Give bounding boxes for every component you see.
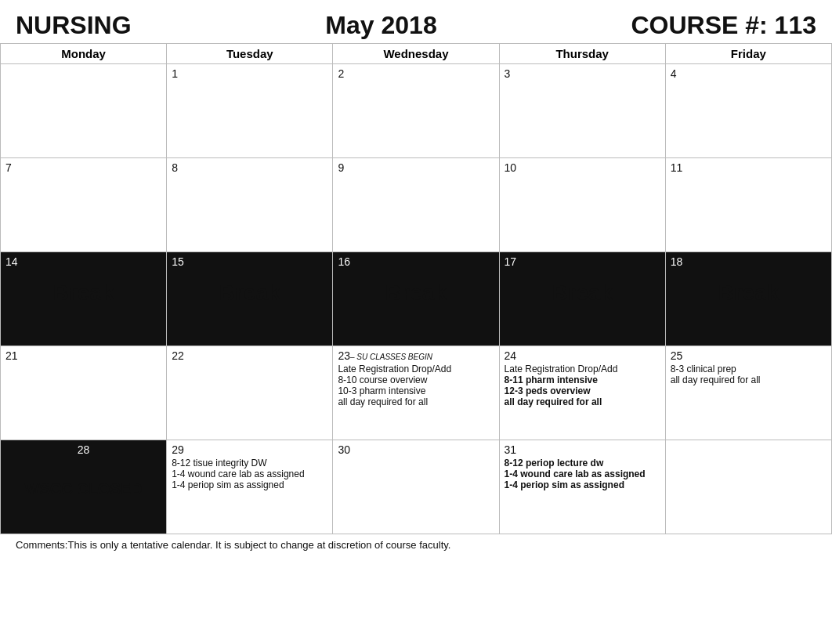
cell-week4-day3: 23– SU CLASSES BEGINLate Registration Dr… bbox=[333, 346, 499, 440]
cell-week2-day5: 11 bbox=[665, 158, 831, 252]
day-number: 15 bbox=[172, 255, 327, 268]
col-thursday: Thursday bbox=[499, 44, 665, 64]
cell-line-2: 1-4 periop sim as assigned bbox=[505, 479, 660, 490]
cell-week4-day4: 24Late Registration Drop/Add8-11 pharm i… bbox=[499, 346, 665, 440]
column-headers: Monday Tuesday Wednesday Thursday Friday bbox=[1, 44, 832, 64]
day-number: 31 bbox=[505, 443, 660, 456]
col-friday: Friday bbox=[665, 44, 831, 64]
col-tuesday: Tuesday bbox=[167, 44, 333, 64]
cell-week2-day3: 9 bbox=[333, 158, 499, 252]
day-number: 25 bbox=[671, 349, 827, 362]
day-number: 14 bbox=[5, 255, 161, 268]
day-number: 16 bbox=[338, 255, 494, 268]
day-number: 2 bbox=[338, 67, 494, 80]
break-label: Break bbox=[671, 270, 827, 317]
cell-line-2: 10-3 pharm intensive bbox=[338, 385, 494, 396]
break-label: Break bbox=[172, 270, 327, 317]
cell-week4-day2: 22 bbox=[167, 346, 333, 440]
header: NURSING May 2018 COURSE #: 113 bbox=[0, 0, 832, 43]
cell-line-1: 1-4 wound care lab as assigned bbox=[505, 469, 660, 479]
cell-line-0: 8-12 tisue integrity DW bbox=[172, 458, 327, 469]
cell-week3-day3: 16Break bbox=[333, 252, 499, 346]
cell-week4-day1: 21 bbox=[1, 346, 167, 440]
week-row-4: 212223– SU CLASSES BEGINLate Registratio… bbox=[1, 346, 832, 440]
day-number: 22 bbox=[172, 349, 327, 362]
cell-line-4: all day required for all bbox=[505, 396, 660, 407]
cell-week3-day2: 15Break bbox=[167, 252, 333, 346]
day-number: 30 bbox=[338, 443, 494, 456]
cell-week5-day4: 318-12 periop lecture dw1-4 wound care l… bbox=[499, 440, 665, 534]
cell-week3-day5: 18Break bbox=[665, 252, 831, 346]
day-number: 1 bbox=[172, 67, 327, 80]
day-number: 21 bbox=[5, 349, 161, 362]
comments: Comments:This is only a tentative calend… bbox=[0, 534, 832, 555]
cell-line-0: Late Registration Drop/Add bbox=[505, 364, 660, 374]
break-label: Break bbox=[505, 270, 660, 317]
day-number: 10 bbox=[505, 161, 660, 174]
cell-week5-day3: 30 bbox=[333, 440, 499, 534]
cell-week1-day2: 1 bbox=[167, 64, 333, 158]
su-classes-label: – SU CLASSES BEGIN bbox=[350, 353, 432, 361]
cell-week3-day1: 14Break bbox=[1, 252, 167, 346]
day-number: 24 bbox=[505, 349, 660, 362]
header-left: NURSING bbox=[16, 11, 132, 40]
cell-line-0: Late Registration Drop/Add bbox=[338, 364, 494, 374]
day-number: 7 bbox=[5, 161, 161, 174]
break-label: Break bbox=[338, 270, 494, 317]
cell-week2-day1: 7 bbox=[1, 158, 167, 252]
cell-week1-day1 bbox=[1, 64, 167, 158]
cell-line-0: 8-12 periop lecture dw bbox=[505, 458, 660, 469]
wscc-closed-label: WSCC CLOSED bbox=[5, 458, 161, 520]
day-number: 11 bbox=[671, 161, 827, 174]
header-center: May 2018 bbox=[325, 11, 436, 40]
cell-week2-day4: 10 bbox=[499, 158, 665, 252]
page: NURSING May 2018 COURSE #: 113 Monday Tu… bbox=[0, 0, 832, 555]
cell-line-1: 8-11 pharm intensive bbox=[505, 374, 660, 385]
cell-week1-day3: 2 bbox=[333, 64, 499, 158]
col-wednesday: Wednesday bbox=[333, 44, 499, 64]
header-right: COURSE #: 113 bbox=[631, 11, 816, 40]
day-number: 17 bbox=[505, 255, 660, 268]
day-number: 3 bbox=[505, 67, 660, 80]
cell-line-1: 1-4 wound care lab as assigned bbox=[172, 469, 327, 479]
day-number: 9 bbox=[338, 161, 494, 174]
calendar: Monday Tuesday Wednesday Thursday Friday… bbox=[0, 43, 832, 534]
cell-week5-day5 bbox=[665, 440, 831, 534]
cell-week1-day5: 4 bbox=[665, 64, 831, 158]
cell-week3-day4: 17Break bbox=[499, 252, 665, 346]
cell-line-1: all day required for all bbox=[671, 374, 827, 385]
cell-line-0: 8-3 clinical prep bbox=[671, 364, 827, 374]
day-number: 29 bbox=[172, 443, 327, 456]
day-number: 28 bbox=[5, 443, 161, 456]
cell-week5-day2: 298-12 tisue integrity DW1-4 wound care … bbox=[167, 440, 333, 534]
cell-week5-day1: 28WSCC CLOSED bbox=[1, 440, 167, 534]
day-number: 8 bbox=[172, 161, 327, 174]
day-number: 18 bbox=[671, 255, 827, 268]
week-row-1: 1234 bbox=[1, 64, 832, 158]
cell-week2-day2: 8 bbox=[167, 158, 333, 252]
day-number: 23– SU CLASSES BEGIN bbox=[338, 349, 494, 362]
cell-line-2: 1-4 periop sim as assigned bbox=[172, 479, 327, 490]
cell-week4-day5: 258-3 clinical prepall day required for … bbox=[665, 346, 831, 440]
col-monday: Monday bbox=[1, 44, 167, 64]
cell-line-1: 8-10 course overview bbox=[338, 374, 494, 385]
week-row-5: 28WSCC CLOSED298-12 tisue integrity DW1-… bbox=[1, 440, 832, 534]
cell-line-2: 12-3 peds overview bbox=[505, 385, 660, 396]
cell-line-4: all day required for all bbox=[338, 396, 494, 407]
cell-week1-day4: 3 bbox=[499, 64, 665, 158]
day-number: 4 bbox=[671, 67, 827, 80]
week-row-3: 14Break15Break16Break17Break18Break bbox=[1, 252, 832, 346]
week-row-2: 7891011 bbox=[1, 158, 832, 252]
break-label: Break bbox=[5, 270, 161, 317]
